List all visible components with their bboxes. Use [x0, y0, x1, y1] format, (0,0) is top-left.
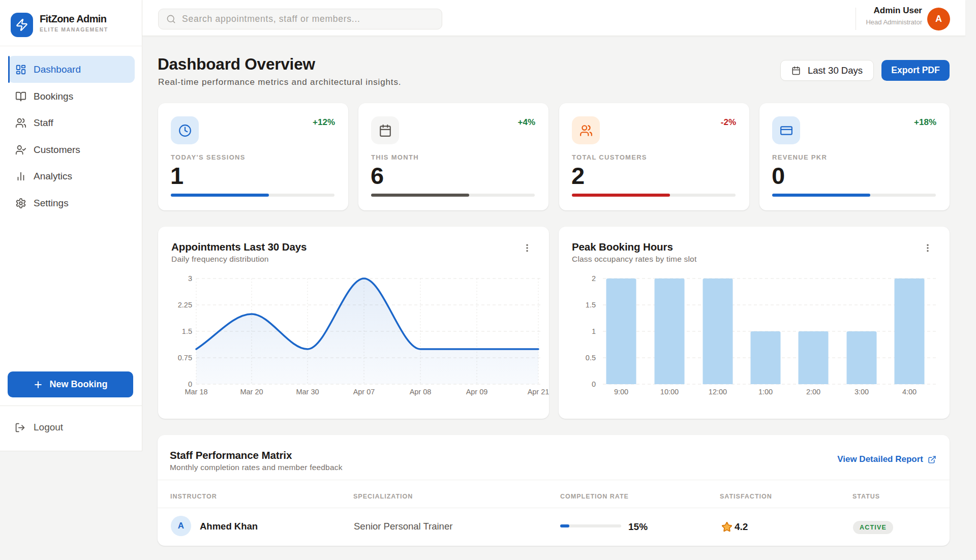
svg-text:0: 0: [188, 380, 192, 388]
svg-text:10:00: 10:00: [660, 388, 679, 396]
svg-text:0.5: 0.5: [586, 354, 596, 362]
svg-text:Mar 30: Mar 30: [296, 388, 319, 396]
svg-text:Apr 07: Apr 07: [353, 388, 375, 396]
svg-text:3:00: 3:00: [855, 388, 869, 396]
svg-text:1.5: 1.5: [182, 327, 192, 335]
svg-text:1:00: 1:00: [758, 388, 773, 396]
svg-text:Apr 09: Apr 09: [466, 388, 488, 396]
svg-text:9:00: 9:00: [614, 388, 628, 396]
svg-text:Apr 21: Apr 21: [528, 388, 550, 396]
svg-text:1.5: 1.5: [586, 301, 596, 309]
svg-text:4:00: 4:00: [902, 388, 917, 396]
svg-text:1: 1: [592, 327, 596, 335]
svg-text:2: 2: [592, 274, 596, 283]
svg-text:Apr 08: Apr 08: [410, 388, 432, 396]
svg-text:2:00: 2:00: [806, 388, 820, 396]
svg-text:12:00: 12:00: [709, 388, 727, 396]
svg-text:3: 3: [188, 274, 192, 283]
svg-text:Mar 18: Mar 18: [185, 388, 207, 396]
svg-text:0.75: 0.75: [178, 354, 192, 362]
svg-text:Mar 20: Mar 20: [240, 388, 263, 396]
svg-text:0: 0: [592, 380, 596, 388]
svg-text:2.25: 2.25: [178, 301, 192, 309]
